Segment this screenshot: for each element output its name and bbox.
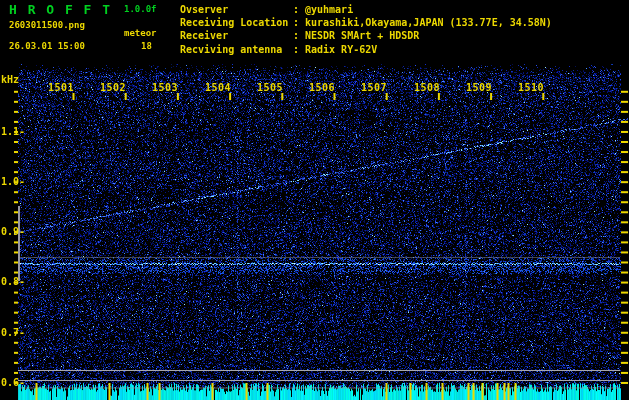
station-info: Ovserver:@yuhmari Receiving Location:kur… (180, 3, 552, 56)
info-separator: : (293, 29, 305, 42)
y-axis-unit-label: kHz (1, 74, 19, 85)
info-separator: : (293, 43, 305, 56)
info-label: Receiving Location (180, 16, 293, 29)
info-value: kurashiki,Okayama,JAPAN (133.77E, 34.58N… (305, 17, 552, 28)
y-tick-label-0-7: 0.7- (1, 327, 25, 338)
info-label: Recviving antenna (180, 43, 293, 56)
y-tick-label-1-0: 1.0- (1, 176, 25, 187)
y-tick-label-0-8: 0.8- (1, 276, 25, 287)
station-info-row-receiver: Receiver:NESDR SMArt + HDSDR (180, 29, 552, 42)
station-info-row-antenna: Recviving antenna:Radix RY-62V (180, 43, 552, 56)
info-value: Radix RY-62V (305, 44, 377, 55)
x-tick-label-1502: 1502 (100, 82, 126, 93)
hrofft-window: H R O F F T 1.0.0f 2603011500.png meteor… (0, 0, 629, 400)
info-separator: : (293, 3, 305, 16)
x-tick-label-1501: 1501 (48, 82, 74, 93)
y-tick-label-0-9: 0.9- (1, 226, 25, 237)
station-info-row-location: Receiving Location:kurashiki,Okayama,JAP… (180, 16, 552, 29)
x-tick-label-1504: 1504 (205, 82, 231, 93)
x-tick-label-1503: 1503 (152, 82, 178, 93)
station-info-row-observer: Ovserver:@yuhmari (180, 3, 552, 16)
info-value: @yuhmari (305, 4, 353, 15)
meteor-count: 18 (141, 41, 152, 51)
x-tick-label-1509: 1509 (466, 82, 492, 93)
info-label: Ovserver (180, 3, 293, 16)
info-separator: : (293, 16, 305, 29)
info-label: Receiver (180, 29, 293, 42)
x-tick-label-1506: 1506 (309, 82, 335, 93)
x-tick-label-1510: 1510 (518, 82, 544, 93)
observation-datetime: 26.03.01 15:00 (9, 41, 85, 51)
output-filename: 2603011500.png (9, 20, 85, 30)
app-version: 1.0.0f (124, 4, 157, 14)
observation-mode: meteor (124, 28, 157, 38)
spectrogram-canvas (0, 0, 629, 400)
y-tick-label-1-1: 1.1- (1, 126, 25, 137)
y-tick-label-0-6: 0.6- (1, 377, 25, 388)
app-title: H R O F F T (9, 2, 112, 17)
info-value: NESDR SMArt + HDSDR (305, 30, 419, 41)
x-tick-label-1507: 1507 (361, 82, 387, 93)
x-tick-label-1508: 1508 (414, 82, 440, 93)
x-tick-label-1505: 1505 (257, 82, 283, 93)
